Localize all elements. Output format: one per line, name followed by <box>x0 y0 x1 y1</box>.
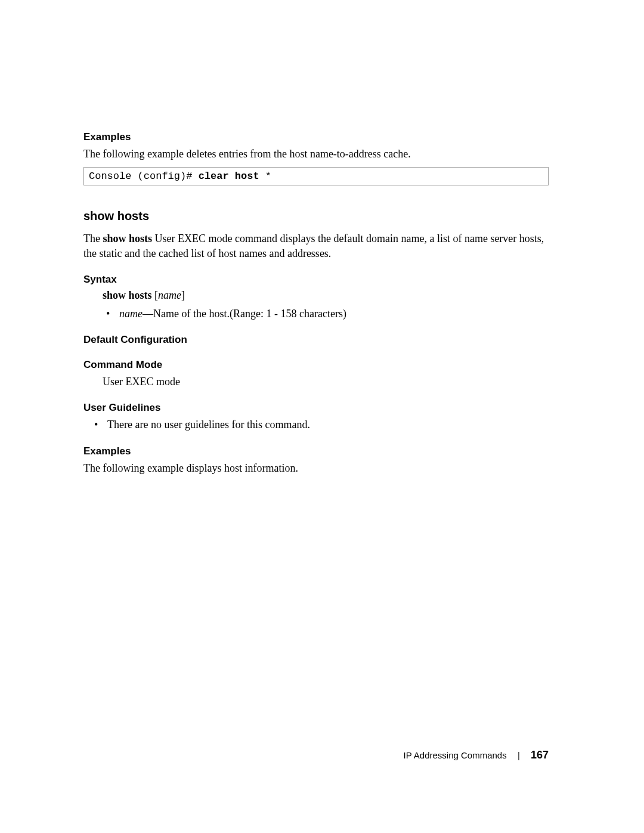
syntax-heading: Syntax <box>83 274 549 286</box>
syntax-bullets: name—Name of the host.(Range: 1 - 158 ch… <box>83 306 549 321</box>
examples-heading: Examples <box>83 131 549 143</box>
syntax-arg: name <box>158 289 181 301</box>
footer-section: IP Addressing Commands <box>404 750 507 760</box>
show-hosts-heading: show hosts <box>83 209 549 223</box>
footer-page-number: 167 <box>531 749 549 761</box>
command-mode-text: User EXEC mode <box>83 374 549 389</box>
syntax-bullet-item: name—Name of the host.(Range: 1 - 158 ch… <box>106 306 549 321</box>
command-mode-heading: Command Mode <box>83 359 549 371</box>
examples2-heading: Examples <box>83 445 549 457</box>
code-prefix: Console (config)# <box>89 171 199 182</box>
guidelines-bullet-item: There are no user guidelines for this co… <box>94 417 549 432</box>
syntax-line: show hosts [name] <box>83 289 549 302</box>
examples2-intro: The following example displays host info… <box>83 461 549 475</box>
show-hosts-desc: The show hosts User EXEC mode command di… <box>83 231 549 261</box>
code-block: Console (config)# clear host * <box>83 167 549 185</box>
code-suffix: * <box>259 171 271 182</box>
footer-separator: | <box>518 750 520 760</box>
syntax-cmd: show hosts <box>103 289 152 301</box>
page-footer: IP Addressing Commands | 167 <box>404 749 549 761</box>
user-guidelines-heading: User Guidelines <box>83 402 549 414</box>
page-content: Examples The following example deletes e… <box>0 0 644 475</box>
guidelines-bullets: There are no user guidelines for this co… <box>83 417 549 432</box>
code-command: clear host <box>199 171 259 182</box>
default-config-heading: Default Configuration <box>83 334 549 346</box>
examples-intro: The following example deletes entries fr… <box>83 147 549 161</box>
